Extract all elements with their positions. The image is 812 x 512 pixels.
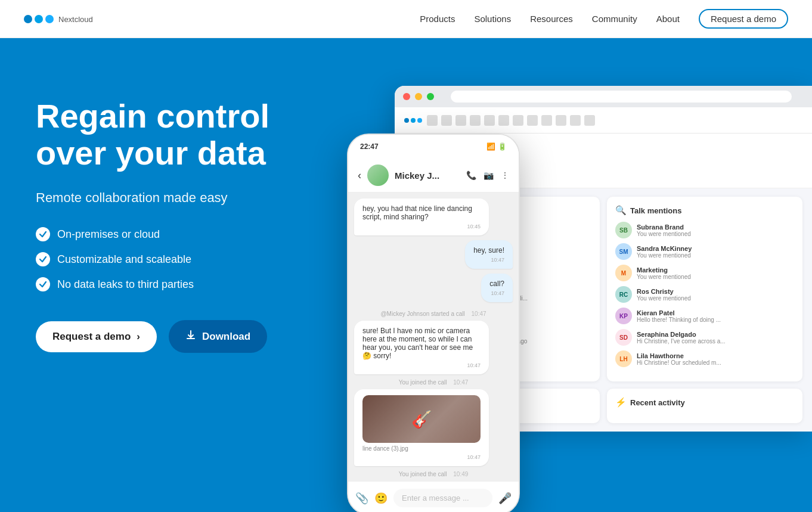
logo[interactable]: Nextcloud (24, 14, 93, 24)
request-demo-button[interactable]: Request a demo › (36, 321, 157, 352)
hero-subtitle: Remote collaboration made easy (36, 190, 269, 206)
logo-circles (24, 15, 54, 23)
chat-body: hey, you had that nice line dancing scri… (348, 193, 519, 481)
logo-circle-1 (24, 15, 32, 23)
system-msg-3: You joined the call 10:49 (354, 471, 513, 477)
logo-circle-2 (35, 15, 43, 23)
app-icon (427, 115, 438, 126)
recent-activity-title: ⚡ Recent activity (615, 397, 794, 408)
app-icon (541, 115, 552, 126)
url-bar (451, 91, 792, 103)
hero-visual: Good morning, C 🌙 ✨ Positive vibes only!… (347, 86, 812, 512)
mention-item-6: SD Seraphina Delgado Hi Christine, I've … (615, 329, 794, 346)
hero-features-list: On-premises or cloud Customizable and sc… (36, 227, 269, 291)
mention-item-1: SB Subrana Brand You were mentioned (615, 222, 794, 238)
close-dot (403, 93, 410, 100)
logo-text: Nextcloud (58, 15, 93, 24)
phone-time: 22:47 (360, 142, 379, 151)
phone-status-bar: 22:47 📶 🔋 (348, 135, 519, 159)
avatar-sd2: SD (615, 329, 632, 346)
message-received-1: hey, you had that nice line dancing scri… (354, 198, 489, 235)
video-call-icon[interactable]: 📷 (484, 170, 494, 180)
app-icon (455, 115, 466, 126)
navbar: Nextcloud Products Solutions Resources C… (0, 0, 812, 38)
phone-status-icons: 📶 🔋 (486, 142, 507, 151)
avatar-sb: SB (615, 222, 632, 238)
feature-item-1: On-premises or cloud (36, 227, 269, 241)
avatar-lh2: LH (615, 350, 632, 367)
app-icon (498, 115, 509, 126)
nav-community[interactable]: Community (592, 14, 637, 24)
feature-item-2: Customizable and scaleable (36, 252, 269, 266)
talk-mentions-card: 🔍 Talk mentions SB Subrana Brand You wer… (607, 197, 802, 381)
chat-action-icons: 📞 📷 ⋮ (466, 170, 509, 180)
message-sent-2: call? 10:47 (481, 274, 513, 302)
avatar-kp2: KP (615, 308, 632, 324)
nav-solutions[interactable]: Solutions (474, 14, 511, 24)
chat-header: ‹ Mickey J... 📞 📷 ⋮ (348, 159, 519, 193)
image-caption: line dance (3).jpg (362, 445, 481, 452)
chat-input-bar: 📎 🙂 Enter a message ... 🎤 (348, 481, 519, 512)
chat-image: 🎸 (362, 395, 481, 443)
message-sent-1: hey, sure! 10:47 (465, 240, 513, 269)
app-icons-row (427, 115, 802, 126)
phone-call-icon[interactable]: 📞 (466, 170, 476, 180)
hero-text-block: Regain control over your data Remote col… (36, 86, 269, 353)
download-button[interactable]: Download (169, 320, 267, 353)
app-icon (584, 115, 595, 126)
recent-activity-card: ⚡ Recent activity (607, 389, 802, 423)
app-icon (470, 115, 481, 126)
app-topbar (395, 107, 812, 134)
microphone-icon[interactable]: 🎤 (498, 492, 512, 505)
message-image: 🎸 line dance (3).jpg 10:47 (354, 389, 489, 466)
avatar-sm2: SM (615, 243, 632, 260)
app-icon (441, 115, 452, 126)
feature-item-3: No data leaks to third parties (36, 277, 269, 291)
hero-title: Regain control over your data (36, 98, 269, 171)
app-icon (570, 115, 581, 126)
nav-about[interactable]: About (656, 14, 680, 24)
arrow-icon: › (137, 331, 140, 343)
mention-item-2: SM Sandra McKinney You were mentioned (615, 243, 794, 260)
contact-avatar (367, 165, 389, 186)
mention-item-4: RC Ros Christy You were mentioned (615, 286, 794, 303)
nc-logo-mini (404, 118, 422, 123)
app-icon (513, 115, 523, 126)
nav-products[interactable]: Products (420, 14, 455, 24)
system-msg-1: @Mickey Johnson started a call 10:47 (354, 311, 513, 317)
hero-section: Regain control over your data Remote col… (0, 38, 812, 512)
maximize-dot (427, 93, 434, 100)
avatar-mk: M (615, 265, 632, 281)
check-icon-1 (36, 227, 50, 241)
contact-name: Mickey J... (395, 170, 460, 181)
back-icon[interactable]: ‹ (358, 169, 361, 182)
check-icon-3 (36, 277, 50, 291)
avatar-rc2: RC (615, 286, 632, 303)
app-icon (484, 115, 495, 126)
download-icon (185, 330, 196, 343)
hero-buttons: Request a demo › Download (36, 320, 269, 353)
mention-item-7: LH Lila Hawthorne Hi Christine! Our sche… (615, 350, 794, 367)
app-icon (527, 115, 538, 126)
more-options-icon[interactable]: ⋮ (501, 170, 509, 180)
message-received-2: sure! But I have no mic or camera here a… (354, 321, 489, 374)
app-icon (556, 115, 566, 126)
talk-mentions-title: 🔍 Talk mentions (615, 205, 794, 216)
nav-resources[interactable]: Resources (530, 14, 573, 24)
message-input[interactable]: Enter a message ... (393, 489, 492, 507)
attachment-icon[interactable]: 📎 (355, 492, 368, 505)
mention-item-3: M Marketing You were mentioned (615, 265, 794, 281)
minimize-dot (415, 93, 422, 100)
wifi-icon: 📶 (486, 142, 495, 151)
check-icon-2 (36, 252, 50, 266)
system-msg-2: You joined the call 10:47 (354, 379, 513, 386)
logo-circle-3 (45, 15, 54, 23)
battery-icon: 🔋 (498, 142, 507, 151)
emoji-icon[interactable]: 🙂 (374, 492, 388, 505)
mention-item-5: KP Kieran Patel Hello there! Thinking of… (615, 308, 794, 324)
desktop-titlebar (395, 86, 812, 107)
nav-links: Products Solutions Resources Community A… (420, 9, 788, 29)
nav-request-demo[interactable]: Request a demo (699, 9, 788, 29)
phone-mockup: 22:47 📶 🔋 ‹ Mickey J... 📞 📷 ⋮ (347, 134, 520, 512)
